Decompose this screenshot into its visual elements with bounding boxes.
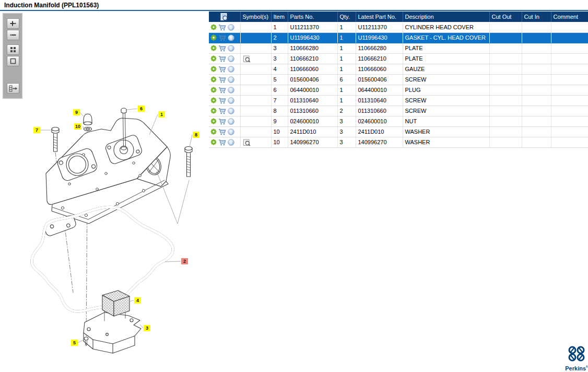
fit-to-window-button[interactable] — [7, 56, 19, 66]
part-info-icon[interactable]: i — [228, 45, 234, 52]
add-to-cart-icon[interactable] — [218, 34, 226, 41]
add-to-cart-icon[interactable] — [218, 66, 226, 73]
table-row[interactable]: i70113106401011310640SCREW — [209, 95, 588, 106]
overview-button[interactable] — [7, 44, 19, 55]
cell-comment — [551, 85, 588, 95]
cell-cut_out — [489, 53, 522, 64]
settings-gear-icon[interactable] — [210, 55, 217, 62]
part-info-icon[interactable]: i — [228, 108, 234, 114]
zoom-out-button[interactable] — [7, 30, 19, 40]
cell-cut_out — [489, 95, 522, 106]
zoom-in-button[interactable] — [7, 18, 19, 29]
table-row[interactable]: i31106662101110666210PLATE — [209, 53, 588, 64]
callout-8[interactable]: 8 — [193, 132, 199, 138]
settings-gear-icon[interactable] — [210, 118, 217, 124]
part-info-icon[interactable]: i — [228, 76, 234, 83]
cell-description: GASKET - CYL. HEAD COVER — [403, 32, 489, 43]
header-latest-part-no: Latest Part No. — [356, 11, 403, 22]
table-row[interactable]: i102411D01032411D010WASHER — [209, 126, 588, 137]
settings-gear-icon[interactable] — [210, 34, 217, 41]
symbol-cell — [240, 22, 271, 32]
cell-item: 9 — [271, 116, 288, 126]
add-to-cart-icon[interactable] — [218, 76, 226, 83]
table-row[interactable]: i41106660601110666060GAUZE — [209, 64, 588, 74]
add-to-cart-icon[interactable] — [218, 87, 226, 94]
settings-gear-icon[interactable] — [210, 97, 217, 103]
cell-cut_in — [522, 64, 551, 74]
cell-comment — [551, 137, 588, 147]
row-tools: i — [209, 43, 240, 53]
view-illustration-icon[interactable] — [243, 55, 251, 63]
part-info-icon[interactable]: i — [228, 24, 234, 31]
part-info-icon[interactable]: i — [228, 66, 234, 73]
symbol-cell[interactable] — [240, 137, 271, 147]
cell-parts_no: 011310640 — [288, 95, 337, 106]
cell-cut_out — [489, 64, 522, 74]
svg-text:i: i — [230, 66, 232, 72]
add-to-cart-icon[interactable] — [218, 139, 226, 146]
add-to-cart-icon[interactable] — [218, 108, 226, 114]
cell-description: SCREW — [403, 95, 489, 106]
settings-gear-icon[interactable] — [210, 129, 217, 135]
callout-4[interactable]: 4 — [134, 297, 141, 304]
symbol-cell — [240, 85, 271, 95]
symbol-cell — [240, 116, 271, 126]
add-to-cart-icon[interactable] — [218, 55, 226, 62]
part-info-icon[interactable]: i — [228, 129, 234, 135]
add-to-cart-icon[interactable] — [218, 97, 226, 104]
settings-gear-icon[interactable] — [210, 87, 217, 93]
exploded-diagram-canvas[interactable] — [21, 99, 209, 371]
callout-5[interactable]: 5 — [71, 340, 78, 346]
part-info-icon[interactable]: i — [228, 34, 234, 41]
table-row[interactable]: i60644000101064400010PLUG — [209, 85, 588, 95]
callout-2[interactable]: 2 — [181, 258, 188, 264]
settings-gear-icon[interactable] — [210, 24, 217, 30]
cell-cut_out — [489, 43, 522, 53]
cell-latest: 140996270 — [356, 137, 403, 147]
part-info-icon[interactable]: i — [228, 139, 234, 146]
settings-gear-icon[interactable] — [210, 139, 217, 145]
cell-item: 3 — [271, 53, 288, 64]
table-row[interactable]: i2U119964301U11996430GASKET - CYL. HEAD … — [209, 32, 588, 43]
settings-gear-icon[interactable] — [210, 45, 217, 51]
table-row[interactable]: i80113106602011310660SCREW — [209, 106, 588, 116]
add-to-cart-icon[interactable] — [218, 45, 226, 52]
callout-7[interactable]: 7 — [33, 127, 40, 133]
viewer-toolbar — [3, 13, 22, 99]
callout-6[interactable]: 6 — [138, 106, 145, 112]
view-illustration-icon[interactable] — [243, 138, 251, 146]
table-row[interactable]: i101409962703140996270WASHER — [209, 137, 588, 147]
cell-comment — [551, 106, 588, 116]
callout-10[interactable]: 10 — [74, 123, 81, 130]
cell-description: SCREW — [403, 74, 489, 85]
part-info-icon[interactable]: i — [228, 55, 234, 62]
add-to-cart-icon[interactable] — [218, 118, 226, 125]
cell-parts_no: 024600010 — [288, 116, 337, 126]
page-title: Induction Manifold (PPL101563) — [4, 2, 99, 9]
symbol-cell[interactable] — [240, 53, 271, 64]
part-info-icon[interactable]: i — [228, 97, 234, 104]
part-info-icon[interactable]: i — [228, 87, 234, 94]
row-tools: i — [209, 126, 240, 137]
cell-qty: 2 — [337, 106, 356, 116]
add-to-cart-icon[interactable] — [218, 129, 226, 135]
callout-3[interactable]: 3 — [144, 325, 150, 331]
table-row[interactable]: i90246000103024600010NUT — [209, 116, 588, 126]
header-cut-out: Cut Out — [489, 11, 522, 22]
table-header-row: Symbol(s) Item Parts No. Qty. Latest Par… — [209, 11, 588, 22]
part-info-icon[interactable]: i — [228, 118, 234, 125]
table-row[interactable]: i50156004066015600406SCREW — [209, 74, 588, 85]
callout-1[interactable]: 1 — [158, 111, 165, 118]
svg-text:i: i — [230, 77, 232, 82]
settings-gear-icon[interactable] — [210, 108, 217, 114]
add-to-cart-icon[interactable] — [218, 24, 226, 31]
table-row[interactable]: i1U112113701U11211370CYLINDER HEAD COVER — [209, 22, 588, 32]
settings-gear-icon[interactable] — [210, 66, 217, 72]
header-item: Item — [271, 11, 288, 22]
settings-gear-icon[interactable] — [210, 76, 217, 83]
symbol-cell — [240, 32, 271, 43]
callout-9[interactable]: 9 — [73, 109, 80, 115]
table-row[interactable]: i31106662801110666280PLATE — [209, 43, 588, 53]
cell-qty: 3 — [337, 126, 356, 137]
toggle-panel-button[interactable] — [7, 83, 19, 94]
